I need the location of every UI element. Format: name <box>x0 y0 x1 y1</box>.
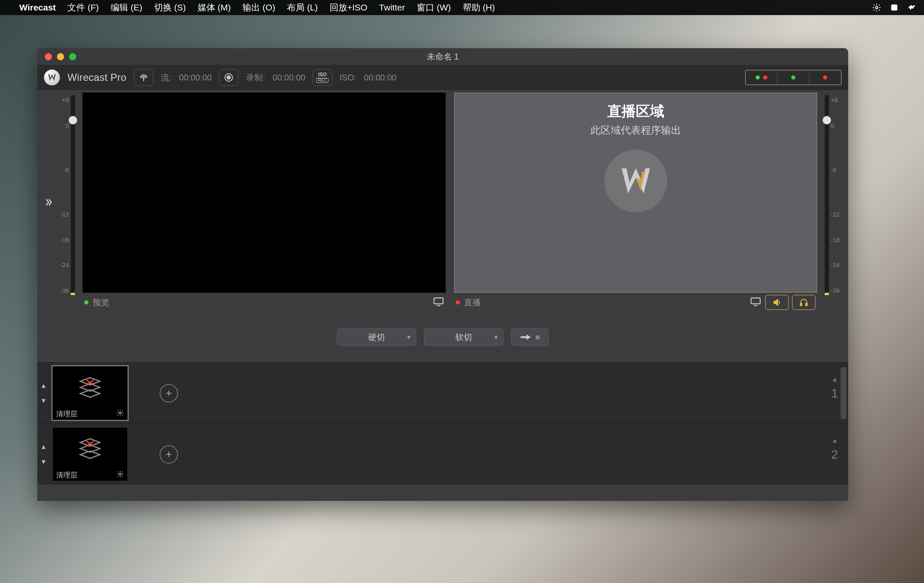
svg-rect-8 <box>751 298 760 304</box>
record-button[interactable] <box>219 69 238 86</box>
svg-point-17 <box>119 473 121 475</box>
layer-number: 1 <box>831 386 838 400</box>
shot-label: 清理层 <box>56 409 77 419</box>
titlebar[interactable]: 未命名 1 <box>37 48 848 65</box>
svg-point-2 <box>143 77 144 78</box>
close-button[interactable] <box>45 53 52 60</box>
status-indicator <box>745 70 841 85</box>
minimize-button[interactable] <box>57 53 64 60</box>
preview-status-dot <box>84 300 88 304</box>
svg-rect-11 <box>806 303 808 306</box>
window-title: 未命名 1 <box>37 51 848 62</box>
stream-label: 流: <box>161 72 172 83</box>
iso-time: 00:00:00 <box>364 73 397 83</box>
menu-replay[interactable]: 回放+ISO <box>330 2 367 13</box>
move-up-icon: ▲ <box>40 382 47 390</box>
right-fader-thumb[interactable] <box>823 116 831 124</box>
menu-switch[interactable]: 切换 (S) <box>154 2 186 13</box>
live-monitor-icon[interactable] <box>750 297 761 308</box>
brand-label: Wirecast Pro <box>67 72 126 83</box>
move-down-icon: ▼ <box>40 397 47 405</box>
shot-thumbnail[interactable]: 清理层 <box>52 366 128 420</box>
status-cell-3[interactable] <box>809 70 841 85</box>
layer-number: 2 <box>831 447 838 462</box>
gear-icon[interactable] <box>116 409 124 419</box>
menu-media[interactable]: 媒体 (M) <box>198 2 231 13</box>
menu-help[interactable]: 帮助 (H) <box>463 2 495 13</box>
stream-time: 00:00:00 <box>179 73 212 83</box>
left-fader-thumb[interactable] <box>69 116 77 124</box>
move-up-icon: ▲ <box>40 443 47 451</box>
dissolve-transition-button[interactable]: 软切 ▼ <box>424 328 503 346</box>
right-audio-meter: +60-6-12-18-24-36 <box>819 93 844 312</box>
status-cell-1[interactable] <box>746 70 777 85</box>
menu-layout[interactable]: 布局 (L) <box>287 2 318 13</box>
svg-rect-1 <box>891 5 898 11</box>
layers-panel: ▲▼ 清理层 + 1 ▲▼ <box>37 362 848 485</box>
layer-reorder[interactable]: ▲▼ <box>37 424 50 485</box>
wirecast-watermark-icon <box>604 150 667 212</box>
live-status-dot <box>456 300 460 304</box>
layers-scrollbar[interactable] <box>841 367 847 419</box>
speaker-monitor-button[interactable] <box>765 295 789 310</box>
preview-viewer: 预览 <box>83 93 446 312</box>
move-down-icon: ▼ <box>40 458 47 466</box>
menu-edit[interactable]: 编辑 (E) <box>111 2 142 13</box>
iso-record-button[interactable]: ISO REC <box>313 69 332 86</box>
stream-button[interactable] <box>134 69 153 86</box>
shot-thumbnail[interactable]: 清理层 <box>52 427 128 481</box>
live-subheading: 此区域代表程序输出 <box>591 124 681 137</box>
live-label: 直播 <box>464 297 481 308</box>
svg-rect-6 <box>434 298 443 304</box>
preview-monitor-icon[interactable] <box>433 297 444 308</box>
layer-row: ▲▼ 清理层 + 1 <box>37 362 848 423</box>
chevron-down-icon[interactable]: ▼ <box>406 334 412 341</box>
gear-icon[interactable] <box>116 470 124 480</box>
expand-panel-button[interactable] <box>41 93 56 312</box>
left-audio-meter: +60-6-12-18-24-36 <box>56 93 81 312</box>
menu-window[interactable]: 窗口 (W) <box>417 2 451 13</box>
settings-menubar-icon[interactable] <box>872 3 881 12</box>
headphone-monitor-button[interactable] <box>792 295 816 310</box>
live-viewer: 直播区域 此区域代表程序输出 直播 <box>454 93 817 312</box>
status-cell-2[interactable] <box>777 70 809 85</box>
menu-output[interactable]: 输出 (O) <box>243 2 275 13</box>
menu-file[interactable]: 文件 (F) <box>67 2 99 13</box>
menu-twitter[interactable]: Twitter <box>379 3 405 13</box>
svg-rect-10 <box>800 303 802 306</box>
shot-label: 清理层 <box>56 470 77 480</box>
menubar-appname[interactable]: Wirecast <box>19 3 56 13</box>
wirecast-logo-icon <box>44 70 60 85</box>
go-circle-icon <box>536 335 539 339</box>
transition-bar: 硬切 ▼ 软切 ▼ <box>37 312 848 362</box>
meter-scale-left: +60-6-12-18-24-36 <box>60 95 69 296</box>
go-button[interactable] <box>511 328 549 346</box>
bird-menubar-icon[interactable] <box>907 3 916 12</box>
svg-point-5 <box>227 76 230 79</box>
svg-point-14 <box>119 412 121 414</box>
svg-point-0 <box>875 6 878 9</box>
record-label: 录制: <box>246 72 265 83</box>
mac-menubar: Wirecast 文件 (F) 编辑 (E) 切换 (S) 媒体 (M) 输出 … <box>0 0 924 15</box>
layer-reorder[interactable]: ▲▼ <box>37 363 50 423</box>
main-panel: +60-6-12-18-24-36 预览 <box>37 90 848 501</box>
iso-btn-bottom: REC <box>316 78 328 83</box>
live-heading: 直播区域 <box>607 102 664 121</box>
maximize-button[interactable] <box>69 53 76 60</box>
iso-btn-top: ISO <box>318 72 327 77</box>
cut-transition-button[interactable]: 硬切 ▼ <box>337 328 416 346</box>
chevron-down-icon[interactable]: ▼ <box>493 334 499 341</box>
square-menubar-icon[interactable] <box>890 3 899 12</box>
preview-label: 预览 <box>93 297 109 308</box>
add-shot-button[interactable]: + <box>160 445 178 464</box>
meter-scale-right: +60-6-12-18-24-36 <box>831 95 840 296</box>
live-screen[interactable]: 直播区域 此区域代表程序输出 <box>454 93 817 293</box>
toolbar: Wirecast Pro 流: 00:00:00 录制: 00:00:00 IS… <box>37 65 848 90</box>
preview-screen[interactable] <box>83 93 446 293</box>
add-shot-button[interactable]: + <box>160 384 178 402</box>
right-fader[interactable] <box>825 95 829 296</box>
left-fader[interactable] <box>71 95 75 296</box>
layer-row: ▲▼ 清理层 + 2 <box>37 423 848 485</box>
wirecast-window: 未命名 1 Wirecast Pro 流: 00:00:00 录制: 00:00… <box>37 48 848 501</box>
record-time: 00:00:00 <box>273 73 305 83</box>
